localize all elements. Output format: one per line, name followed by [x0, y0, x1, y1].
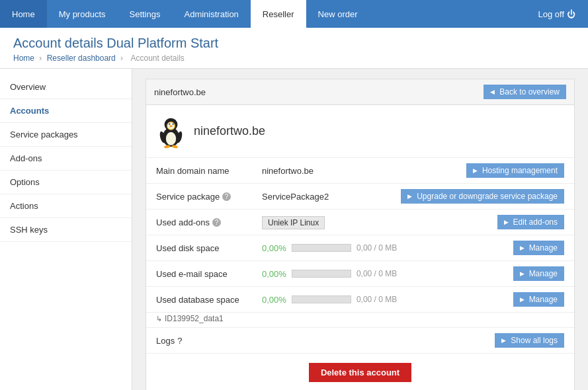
logoff-icon: ⏻ — [567, 9, 575, 19]
email-space-value: 0,00% 0,00 / 0 MB — [262, 269, 513, 279]
card-domain: ninefortwo.be — [154, 87, 206, 97]
service-package-help-icon[interactable]: ? — [222, 192, 231, 201]
breadcrumb-sep1: › — [39, 54, 42, 63]
service-package-label: Service package ? — [156, 192, 262, 202]
breadcrumb-current: Account details — [130, 54, 184, 63]
db-progress-bar — [292, 295, 351, 303]
svg-point-9 — [169, 124, 170, 124]
nav-reseller[interactable]: Reseller — [251, 0, 306, 28]
logoff-area[interactable]: Log off ⏻ — [528, 0, 588, 28]
back-to-overview-button[interactable]: Back to overview — [483, 85, 566, 99]
disk-pct: 0,00% — [262, 243, 286, 253]
main-content: ninefortwo.be Back to overview — [132, 69, 588, 390]
breadcrumb-sep2: › — [120, 54, 123, 63]
upgrade-downgrade-button[interactable]: Upgrade or downgrade service package — [401, 189, 564, 204]
account-title-row: ninefortwo.be — [146, 105, 574, 158]
service-package-value: ServicePackage2 — [262, 192, 401, 202]
disk-space-label: Used disk space — [156, 243, 262, 253]
page-header: Account details Dual Platform Start Home… — [0, 28, 588, 69]
email-space-row: Used e-mail space 0,00% 0,00 / 0 MB Mana… — [146, 261, 574, 287]
edit-addons-button[interactable]: Edit add-ons — [497, 215, 564, 229]
svg-point-10 — [173, 124, 173, 124]
disk-progress-bar — [292, 244, 351, 252]
sidebar-item-accounts[interactable]: Accounts — [0, 99, 132, 123]
account-name: ninefortwo.be — [194, 124, 265, 138]
svg-point-1 — [166, 132, 176, 145]
sidebar-item-service-packages[interactable]: Service packages — [0, 123, 132, 147]
sidebar: Overview Accounts Service packages Add-o… — [0, 69, 132, 390]
sidebar-item-overview[interactable]: Overview — [0, 75, 132, 99]
db-manage-action: Manage — [513, 292, 564, 307]
svg-point-11 — [169, 125, 173, 127]
logoff-label: Log off — [538, 9, 564, 19]
email-manage-button[interactable]: Manage — [513, 266, 564, 281]
database-space-row: Used database space 0,00% 0,00 / 0 MB Ma… — [146, 287, 574, 313]
edit-addons-action: Edit add-ons — [497, 215, 564, 229]
email-pct: 0,00% — [262, 269, 286, 279]
addons-tag: Uniek IP Linux — [262, 216, 325, 229]
nav-myproducts[interactable]: My products — [47, 0, 118, 28]
disk-manage-button[interactable]: Manage — [513, 241, 564, 255]
show-all-logs-button[interactable]: Show all logs — [495, 333, 564, 348]
email-progress-bar — [292, 270, 351, 278]
disk-space-row: Used disk space 0,00% 0,00 / 0 MB Manage — [146, 235, 574, 261]
sidebar-item-options[interactable]: Options — [0, 171, 132, 194]
upgrade-downgrade-action: Upgrade or downgrade service package — [401, 189, 564, 204]
db-pct: 0,00% — [262, 295, 286, 305]
breadcrumb: Home › Reseller dashboard › Account deta… — [13, 54, 575, 63]
database-space-label: Used database space — [156, 295, 262, 305]
hosting-management-action: Hosting management — [466, 163, 564, 178]
tux-icon — [156, 113, 186, 149]
nav-settings[interactable]: Settings — [118, 0, 173, 28]
database-space-value: 0,00% 0,00 / 0 MB — [262, 295, 513, 305]
addons-value: Uniek IP Linux — [262, 217, 497, 227]
disk-space-value: 0,00% 0,00 / 0 MB — [262, 243, 513, 253]
db-manage-button[interactable]: Manage — [513, 292, 564, 307]
top-navigation: Home My products Settings Administration… — [0, 0, 588, 28]
nav-administration[interactable]: Administration — [172, 0, 250, 28]
account-details-card: ninefortwo.be Back to overview — [146, 79, 575, 390]
hosting-management-button[interactable]: Hosting management — [466, 163, 564, 178]
used-addons-label: Used add-ons ? — [156, 217, 262, 227]
delete-account-button[interactable]: Delete this account — [309, 363, 411, 382]
main-domain-value: ninefortwo.be — [262, 166, 466, 176]
breadcrumb-home[interactable]: Home — [13, 54, 34, 63]
service-package-row: Service package ? ServicePackage2 Upgrad… — [146, 184, 574, 210]
sidebar-item-actions[interactable]: Actions — [0, 194, 132, 218]
logs-help-icon[interactable]: ? — [177, 336, 182, 346]
card-header: ninefortwo.be Back to overview — [146, 79, 574, 105]
addons-help-icon[interactable]: ? — [212, 218, 221, 227]
main-layout: Overview Accounts Service packages Add-o… — [0, 69, 588, 390]
email-space-label: Used e-mail space — [156, 269, 262, 279]
db-size: 0,00 / 0 MB — [357, 295, 397, 304]
used-addons-row: Used add-ons ? Uniek IP Linux Edit add-o… — [146, 210, 574, 235]
sidebar-item-ssh-keys[interactable]: SSH keys — [0, 218, 132, 242]
disk-manage-action: Manage — [513, 241, 564, 255]
main-domain-label: Main domain name — [156, 166, 262, 176]
email-size: 0,00 / 0 MB — [357, 269, 397, 278]
main-domain-row: Main domain name ninefortwo.be Hosting m… — [146, 158, 574, 184]
nav-neworder[interactable]: New order — [306, 0, 370, 28]
disk-size: 0,00 / 0 MB — [357, 243, 397, 253]
logs-label: Logs ? — [156, 336, 182, 346]
subdomain-arrow-icon — [156, 314, 162, 323]
breadcrumb-reseller-dashboard[interactable]: Reseller dashboard — [47, 54, 116, 63]
subdomain-value: ID139952_data1 — [165, 314, 224, 323]
delete-row: Delete this account — [146, 354, 574, 390]
email-manage-action: Manage — [513, 266, 564, 281]
page-title: Account details Dual Platform Start — [13, 36, 575, 51]
subdomain-row: ID139952_data1 — [146, 313, 574, 328]
sidebar-item-addons[interactable]: Add-ons — [0, 147, 132, 171]
logs-row: Logs ? Show all logs — [146, 328, 574, 354]
nav-home[interactable]: Home — [0, 0, 47, 28]
